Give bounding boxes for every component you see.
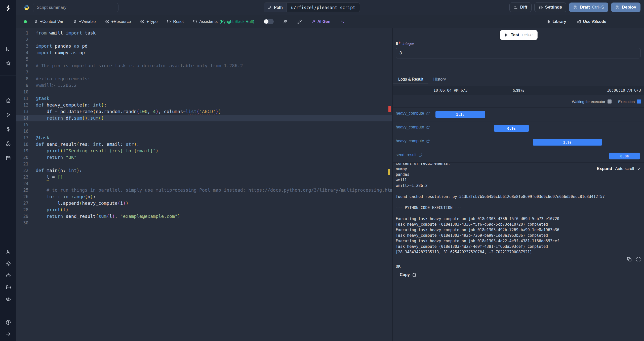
tab-history[interactable]: History: [428, 75, 451, 84]
code-line-15[interactable]: 15: [16, 121, 392, 128]
settings-button[interactable]: Settings: [534, 3, 566, 12]
add-resource-button[interactable]: +Resource: [105, 19, 131, 24]
line-number: 4: [16, 49, 28, 56]
toolbar-right: Library Use VScode: [546, 15, 606, 28]
execution-bar[interactable]: 1.9s: [533, 139, 602, 146]
task-link-heavy_compute[interactable]: heavy_compute: [396, 139, 430, 143]
sidebar-item-arrow-right[interactable]: [0, 328, 16, 340]
sidebar-item-building[interactable]: [0, 42, 16, 56]
code-line-10[interactable]: 10: [16, 89, 392, 95]
code-line-14[interactable]: 14 return df.sum().sum(): [16, 115, 392, 121]
code-line-3[interactable]: 3import pandas as pd: [16, 43, 392, 49]
code-line-23[interactable]: 23 l = []: [16, 174, 392, 180]
format-button[interactable]: [297, 19, 302, 24]
sidebar-item-folder[interactable]: [0, 281, 16, 293]
sidebar-item-help[interactable]: [0, 316, 16, 328]
add-variable-button[interactable]: +Variable: [73, 19, 96, 24]
code-line-4[interactable]: 4import numpy as np: [16, 49, 392, 56]
code-line-20[interactable]: 20 return "OK": [16, 154, 392, 161]
test-label: Test: [511, 32, 519, 38]
reset-button[interactable]: Reset: [167, 19, 184, 24]
dollar-icon: [34, 19, 38, 24]
add-context-var-button[interactable]: +Context Var: [34, 19, 63, 24]
assistants-button[interactable]: Assistants (Pyright Black Ruff): [193, 19, 254, 24]
task-link-send_result[interactable]: send_result: [396, 153, 422, 157]
clipboard-icon: [412, 273, 416, 277]
run-end-time: 10:06:10 AM 6/3: [607, 88, 641, 93]
code-line-19[interactable]: 19 print(f"Sending result {res} to {emai…: [16, 148, 392, 154]
copy-result-icon[interactable]: [627, 257, 632, 262]
code-line-29[interactable]: 29 return send_result(sum(l), "example@e…: [16, 213, 392, 220]
code-editor[interactable]: 1from wmill import task23import pandas a…: [16, 28, 392, 341]
check-icon[interactable]: [637, 167, 641, 171]
diff-mode-toggle[interactable]: [264, 19, 274, 24]
code-line-25[interactable]: 25 # to run things in parallel, simply u…: [16, 187, 392, 193]
add-type-button[interactable]: +Type: [140, 19, 157, 24]
maximize-icon[interactable]: [636, 257, 641, 262]
code-line-17[interactable]: 17@task: [16, 134, 392, 141]
sidebar-item-eye[interactable]: [0, 293, 16, 305]
deploy-button[interactable]: Deploy: [611, 3, 640, 12]
library-button[interactable]: Library: [546, 19, 566, 24]
code-line-22[interactable]: 22def main(n: int):: [16, 167, 392, 174]
code-line-27[interactable]: 27 l.append(heavy_compute(i)): [16, 200, 392, 207]
script-path-badge[interactable]: Path u/rfiszel/pleasant_script: [264, 3, 360, 12]
external-link-icon: [426, 139, 430, 143]
rotate-icon: [193, 19, 197, 24]
tab-logs-result[interactable]: Logs & Result: [393, 75, 428, 84]
ai-gen-button[interactable]: AI Gen: [311, 19, 331, 24]
sidebar-item-boxes[interactable]: [0, 136, 16, 151]
code-line-28[interactable]: 28 print(l): [16, 207, 392, 213]
execution-color-swatch: [637, 99, 641, 104]
code-line-26[interactable]: 26 for i in range(n):: [16, 193, 392, 200]
sidebar-item-user[interactable]: [0, 246, 16, 258]
task-link-heavy_compute[interactable]: heavy_compute: [396, 125, 430, 129]
code-line-2[interactable]: 2: [16, 36, 392, 43]
code-line-18[interactable]: 18def send_result(res: int, email: str):: [16, 141, 392, 148]
external-link-icon: [426, 112, 430, 115]
windmill-logo-icon[interactable]: [0, 3, 16, 14]
code-line-16[interactable]: 16: [16, 128, 392, 134]
sidebar-item-home[interactable]: [0, 93, 16, 108]
script-summary-input[interactable]: [33, 3, 118, 12]
sidebar-item-settings[interactable]: [0, 258, 16, 269]
python-language-icon: [23, 4, 30, 11]
code-line-8[interactable]: 8#extra_requirements:: [16, 76, 392, 82]
code-line-21[interactable]: 21: [16, 161, 392, 167]
editor-toolbar: +Context Var +Variable +Resource +Type R…: [16, 15, 644, 28]
execution-bar[interactable]: 1.3s: [435, 111, 485, 118]
task-link-heavy_compute[interactable]: heavy_compute: [396, 111, 430, 116]
code-line-1[interactable]: 1from wmill import task: [16, 30, 392, 36]
code-line-24[interactable]: 24: [16, 180, 392, 187]
execution-bar[interactable]: 0.8s: [609, 153, 640, 159]
log-line: [28.348434282735113, 31.625429237520784,…: [396, 249, 644, 255]
expand-logs-button[interactable]: Expand: [597, 166, 612, 171]
code-line-5[interactable]: 5: [16, 56, 392, 62]
copy-result-button[interactable]: Copy: [400, 272, 416, 277]
multiplayer-button[interactable]: [283, 19, 288, 24]
logs-viewer[interactable]: content of requirements:numpypandaswmill…: [393, 163, 644, 256]
argument-n-input[interactable]: [396, 48, 640, 58]
line-number: 19: [16, 148, 28, 154]
path-edit-section[interactable]: Path: [264, 3, 287, 12]
code-line-13[interactable]: 13 df = pd.DataFrame(np.random.randn(100…: [16, 108, 392, 115]
test-button[interactable]: Test Ctrl+↵: [500, 30, 537, 40]
log-line: Executing task send_result on job 018e13…: [396, 255, 644, 256]
code-line-11[interactable]: 11@task: [16, 95, 392, 102]
code-line-6[interactable]: 6# The pin is important since task is a …: [16, 62, 392, 69]
sidebar-item-star[interactable]: [0, 56, 16, 71]
code-line-12[interactable]: 12def heavy_compute(n: int):: [16, 102, 392, 108]
execution-bar[interactable]: 0.9s: [494, 125, 529, 132]
ai-sparkles-button[interactable]: [340, 19, 344, 24]
test-panel: Test Ctrl+↵ n* integer Logs & Result His…: [393, 28, 644, 341]
sidebar-item-dollar[interactable]: [0, 122, 16, 136]
use-vscode-button[interactable]: Use VScode: [577, 19, 606, 24]
code-line-9[interactable]: 9#wmill>=1.286.2: [16, 82, 392, 89]
draft-button[interactable]: Draft Ctrl+S: [569, 3, 608, 12]
sidebar-item-calendar[interactable]: [0, 151, 16, 165]
sidebar-item-robot[interactable]: [0, 269, 16, 281]
diff-button[interactable]: Diff: [509, 3, 532, 12]
code-line-7[interactable]: 7: [16, 69, 392, 76]
code-line-30[interactable]: 30: [16, 220, 392, 226]
sidebar-item-play[interactable]: [0, 108, 16, 122]
